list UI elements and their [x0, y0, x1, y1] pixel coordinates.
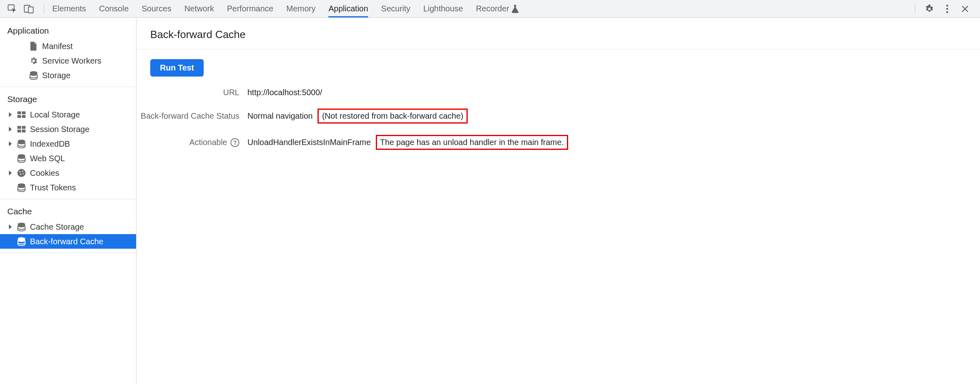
sidebar-item-manifest[interactable]: Manifest: [0, 39, 136, 53]
svg-point-17: [17, 169, 26, 177]
run-test-button[interactable]: Run Test: [150, 59, 204, 77]
svg-point-21: [23, 173, 24, 175]
sidebar-item-label: Storage: [42, 70, 70, 81]
tab-network[interactable]: Network: [184, 0, 214, 17]
svg-point-3: [946, 4, 948, 6]
svg-rect-13: [17, 130, 21, 132]
bfcache-details: URL http://localhost:5000/ Back-forward …: [136, 88, 980, 150]
sidebar-item-label: Web SQL: [30, 153, 65, 164]
sidebar-item-label: Local Storage: [30, 109, 80, 120]
sidebar-item-cookies[interactable]: Cookies: [0, 166, 136, 180]
sidebar-item-cache-storage[interactable]: Cache Storage: [0, 220, 136, 234]
actionable-value: UnloadHandlerExistsInMainFrame The page …: [247, 135, 980, 150]
actionable-message-highlight: The page has an unload handler in the ma…: [376, 135, 569, 150]
sidebar-section-title: Storage: [0, 90, 136, 107]
sidebar-section-title: Cache: [0, 203, 136, 220]
sidebar-item-indexeddb[interactable]: IndexedDB: [0, 137, 136, 151]
svg-rect-14: [22, 130, 26, 132]
sidebar-item-web-sql[interactable]: Web SQL: [0, 151, 136, 166]
sidebar-section: StorageLocal StorageSession StorageIndex…: [0, 90, 136, 199]
tab-memory[interactable]: Memory: [286, 0, 315, 17]
status-label: Back-forward Cache Status: [138, 109, 239, 124]
flask-icon: [511, 5, 519, 13]
svg-point-19: [22, 171, 23, 172]
tab-label: Elements: [52, 4, 86, 13]
database-icon: [17, 237, 26, 246]
status-not-restored-highlight: (Not restored from back-forward cache): [317, 109, 468, 124]
caret-right-icon[interactable]: [7, 112, 13, 117]
toolbar-right: [913, 4, 976, 14]
tab-security[interactable]: Security: [381, 0, 410, 17]
sidebar-item-label: Back-forward Cache: [30, 236, 103, 247]
caret-right-icon[interactable]: [7, 127, 13, 132]
sidebar-item-bfcache[interactable]: Back-forward Cache: [0, 234, 136, 249]
tab-sources[interactable]: Sources: [142, 0, 171, 17]
bfcache-panel: Back-forward Cache Run Test URL http://l…: [136, 18, 980, 384]
tab-application[interactable]: Application: [328, 0, 368, 17]
url-label: URL: [138, 88, 239, 97]
toolbar-separator: [915, 4, 915, 14]
caret-right-icon[interactable]: [7, 171, 13, 175]
settings-gear-icon[interactable]: [924, 4, 935, 14]
database-icon: [17, 183, 26, 192]
sidebar-item-label: Session Storage: [30, 124, 89, 135]
tab-label: Console: [99, 4, 128, 13]
database-icon: [17, 139, 26, 148]
svg-rect-8: [22, 111, 26, 114]
url-value: http://localhost:5000/: [247, 88, 980, 97]
devtools-tabbar: ElementsConsoleSourcesNetworkPerformance…: [52, 0, 519, 17]
sidebar-section: ApplicationManifestService WorkersStorag…: [0, 22, 136, 87]
status-value: Normal navigation (Not restored from bac…: [247, 109, 980, 124]
sidebar-item-label: IndexedDB: [30, 138, 70, 149]
svg-rect-11: [17, 126, 21, 129]
sidebar-item-label: Service Workers: [42, 55, 101, 66]
actionable-label-text: Actionable: [190, 138, 227, 147]
database-icon: [17, 222, 26, 231]
sidebar-item-label: Cache Storage: [30, 221, 84, 233]
caret-right-icon[interactable]: [7, 224, 13, 229]
tab-label: Security: [381, 4, 410, 13]
tab-console[interactable]: Console: [99, 0, 128, 17]
sidebar-item-local-storage[interactable]: Local Storage: [0, 107, 136, 122]
help-icon[interactable]: ?: [230, 138, 239, 147]
tab-label: Network: [184, 4, 214, 13]
document-icon: [29, 42, 38, 51]
svg-point-18: [19, 171, 20, 172]
tab-label: Application: [328, 4, 368, 13]
database-icon: [17, 154, 26, 163]
svg-point-5: [946, 11, 948, 13]
tab-label: Performance: [227, 4, 274, 13]
tab-performance[interactable]: Performance: [227, 0, 274, 17]
close-devtools-icon[interactable]: [960, 4, 970, 14]
tab-label: Sources: [142, 4, 171, 13]
tab-elements[interactable]: Elements: [52, 0, 86, 17]
page-title: Back-forward Cache: [149, 28, 980, 41]
svg-point-20: [20, 174, 21, 175]
sidebar-item-trust-tokens[interactable]: Trust Tokens: [0, 180, 136, 195]
main-split: ApplicationManifestService WorkersStorag…: [0, 18, 980, 384]
gear-icon: [29, 56, 38, 65]
sidebar-item-storage[interactable]: Storage: [0, 68, 136, 83]
toolbar-left-icons: [4, 4, 38, 14]
svg-rect-12: [22, 126, 26, 129]
tab-recorder[interactable]: Recorder: [476, 0, 519, 17]
caret-right-icon[interactable]: [7, 141, 13, 146]
actionable-label: Actionable ?: [138, 135, 239, 150]
inspect-element-icon[interactable]: [7, 4, 18, 14]
sidebar-item-service-workers[interactable]: Service Workers: [0, 53, 136, 68]
title-divider: [136, 49, 980, 49]
kebab-menu-icon[interactable]: [942, 4, 952, 14]
svg-rect-10: [22, 115, 26, 118]
sidebar-item-label: Cookies: [30, 167, 59, 179]
cookie-icon: [17, 169, 26, 177]
svg-point-4: [946, 8, 948, 10]
tab-label: Recorder: [476, 4, 509, 13]
sidebar-item-session-storage[interactable]: Session Storage: [0, 122, 136, 137]
toolbar-separator: [44, 4, 44, 14]
grid-icon: [17, 125, 26, 134]
tab-lighthouse[interactable]: Lighthouse: [423, 0, 463, 17]
tab-label: Lighthouse: [423, 4, 463, 13]
sidebar-item-label: Manifest: [42, 41, 73, 52]
device-toolbar-icon[interactable]: [23, 4, 34, 14]
grid-icon: [17, 110, 26, 119]
